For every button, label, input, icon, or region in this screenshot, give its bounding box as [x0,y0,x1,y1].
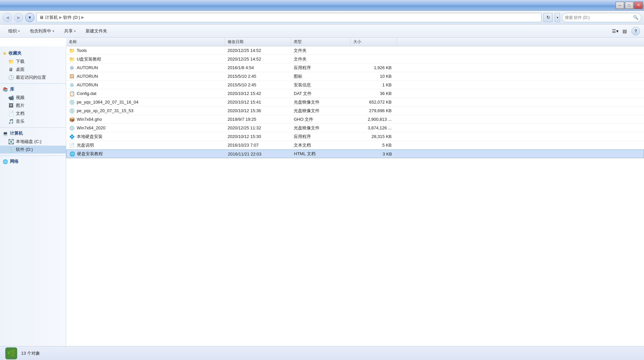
recent-icon: 🕐 [8,74,14,80]
minimize-button[interactable]: ─ [616,2,624,9]
file-cell-name: 💿 pe_yqs_xp_20_07_31_15_53 [66,107,225,115]
file-cell-date: 2020/12/25 14:52 [225,46,291,55]
file-icon: 📋 [69,91,75,97]
col-header-size[interactable]: 大小 [351,38,397,46]
include-library-button[interactable]: 包含到库中 ▾ [25,26,59,36]
file-cell-name: 💿 pe_yqs_1064_20_07_31_16_04 [66,98,225,106]
sidebar-network-header[interactable]: 🌐 网络 [0,157,66,166]
maximize-button[interactable]: □ [625,2,633,9]
file-name: AUTORUN [77,74,98,79]
favorites-label: 收藏夹 [9,50,21,56]
file-icon: 💠 [69,134,75,140]
network-label: 网络 [10,158,19,164]
table-row[interactable]: 📋 Config.dat 2020/10/12 15:42 DAT 文件 36 … [66,89,644,98]
table-row[interactable]: ⚙ AUTORUN 2015/5/10 2:45 安装信息 1 KB [66,81,644,89]
table-row[interactable]: 🌐 硬盘安装教程 2016/11/21 22:03 HTML 文档 3 KB [66,150,644,158]
sidebar-computer-header[interactable]: 💻 计算机 [0,129,66,138]
forward-button[interactable]: ▶ [14,13,23,22]
table-row[interactable]: ⚙ AUTORUN 2016/1/8 4:54 应用程序 1,926 KB [66,64,644,72]
titlebar: ─ □ ✕ [0,0,644,11]
col-header-type[interactable]: 类型 [291,38,351,46]
file-name: pe_yqs_xp_20_07_31_15_53 [77,108,133,113]
sidebar-favorites-header[interactable]: ★ 收藏夹 [0,49,66,58]
file-cell-name: 📦 Win7x64.gho [66,115,225,123]
music-label: 音乐 [16,118,24,124]
sidebar-item-disk-c[interactable]: 💽 本地磁盘 (C:) [0,138,66,146]
file-cell-date: 2016/11/21 22:03 [225,150,291,158]
file-cell-name: 💿 Win7x64_2020 [66,124,225,132]
table-row[interactable]: 💿 Win7x64_2020 2020/12/25 11:32 光盘映像文件 3… [66,124,644,132]
file-icon: 📄 [69,142,75,148]
sidebar-item-picture[interactable]: 🖼 图片 [0,102,66,110]
favorites-icon: ★ [3,51,7,56]
column-header: 名称 修改日期 类型 大小 [66,38,644,46]
file-icon: 💿 [69,125,75,131]
picture-icon: 🖼 [8,103,14,109]
organize-button[interactable]: 组织 ▾ [4,26,24,36]
main-layout: ★ 收藏夹 📁 下载 🖥 桌面 🕐 最近访问的位置 📚 库 [0,46,644,346]
file-cell-name: 🌐 硬盘安装教程 [66,150,225,158]
network-icon: 🌐 [3,159,8,164]
statusbar: 🌿 13 个对象 [0,346,644,360]
new-folder-label: 新建文件夹 [86,28,107,34]
file-cell-type: 文件夹 [291,55,351,63]
col-header-name[interactable]: 名称 [66,38,225,46]
file-cell-type: 文本文档 [291,141,351,149]
sidebar-item-music[interactable]: 🎵 音乐 [0,117,66,125]
file-cell-name: 📋 Config.dat [66,89,225,98]
table-row[interactable]: 💿 pe_yqs_1064_20_07_31_16_04 2020/10/12 … [66,98,644,107]
file-icon: 📦 [69,116,75,122]
file-cell-date: 2016/1/8 4:54 [225,64,291,72]
sidebar-item-video[interactable]: 📹 视频 [0,94,66,102]
share-label: 共享 [64,28,73,34]
file-cell-type: 应用程序 [291,132,351,141]
sidebar-item-disk-d[interactable]: 💿 软件 (D:) [0,146,66,154]
sidebar-item-recent[interactable]: 🕐 最近访问的位置 [0,73,66,81]
file-cell-size: 652,072 KB [351,98,397,106]
addressbar: ◀ ▶ ▼ 🖥 计算机 ▶ 软件 (D:) ▶ ↻ ▾ 🔍 [0,11,644,24]
file-cell-type: 光盘映像文件 [291,98,351,106]
table-row[interactable]: 📦 Win7x64.gho 2019/9/7 19:25 GHO 文件 2,90… [66,115,644,124]
view-details-button[interactable]: ▤ [620,27,629,35]
table-row[interactable]: 📄 光盘说明 2016/10/23 7:07 文本文档 5 KB [66,141,644,150]
view-buttons: ☰▾ ▤ [611,27,629,35]
breadcrumb-arrow: ▶ [81,15,84,20]
sidebar: ★ 收藏夹 📁 下载 🖥 桌面 🕐 最近访问的位置 📚 库 [0,46,66,346]
file-cell-date: 2020/12/25 14:52 [225,55,291,63]
address-dropdown-button[interactable]: ▾ [555,13,560,22]
file-cell-type: 图标 [291,72,351,80]
table-row[interactable]: 📁 Tools 2020/12/25 14:52 文件夹 [66,46,644,55]
file-icon: 📁 [69,56,75,62]
refresh-button[interactable]: ↻ [543,13,553,22]
file-cell-size: 3,874,126 ... [351,124,397,132]
sidebar-item-downloads[interactable]: 📁 下载 [0,58,66,66]
file-icon: 📁 [69,48,75,54]
table-row[interactable]: 💿 pe_yqs_xp_20_07_31_15_53 2020/10/12 15… [66,107,644,115]
file-cell-name: 💠 本地硬盘安装 [66,132,225,141]
table-row[interactable]: 🖼 AUTORUN 2015/5/10 2:45 图标 10 KB [66,72,644,81]
help-button[interactable]: ? [631,27,640,35]
back-button[interactable]: ◀ [3,13,12,22]
table-row[interactable]: 💠 本地硬盘安装 2020/10/12 15:30 应用程序 28,315 KB [66,132,644,141]
file-name: 硬盘安装教程 [77,151,103,157]
file-name: 光盘说明 [77,142,94,148]
breadcrumb-drive[interactable]: 软件 (D:) [63,15,80,21]
search-icon: 🔍 [633,15,638,20]
breadcrumb-computer[interactable]: 计算机 [45,15,58,21]
search-input[interactable] [565,15,632,20]
table-row[interactable]: 📁 U盘安装教程 2020/12/25 14:52 文件夹 [66,55,644,64]
sidebar-divider-3 [0,156,66,156]
col-header-modified[interactable]: 修改日期 [225,38,291,46]
new-folder-button[interactable]: 新建文件夹 [81,26,111,36]
view-dropdown-button[interactable]: ☰▾ [611,27,620,35]
file-cell-type: 安装信息 [291,81,351,89]
close-button[interactable]: ✕ [634,2,643,9]
file-name: U盘安装教程 [77,56,101,62]
sidebar-item-document[interactable]: 📄 文档 [0,110,66,117]
sidebar-library-header[interactable]: 📚 库 [0,85,66,94]
dropdown-recent-button[interactable]: ▼ [25,13,34,22]
breadcrumb[interactable]: 🖥 计算机 ▶ 软件 (D:) ▶ [36,13,541,22]
sidebar-item-desktop[interactable]: 🖥 桌面 [0,66,66,73]
share-button[interactable]: 共享 ▾ [60,26,80,36]
file-name: Tools [77,48,87,53]
